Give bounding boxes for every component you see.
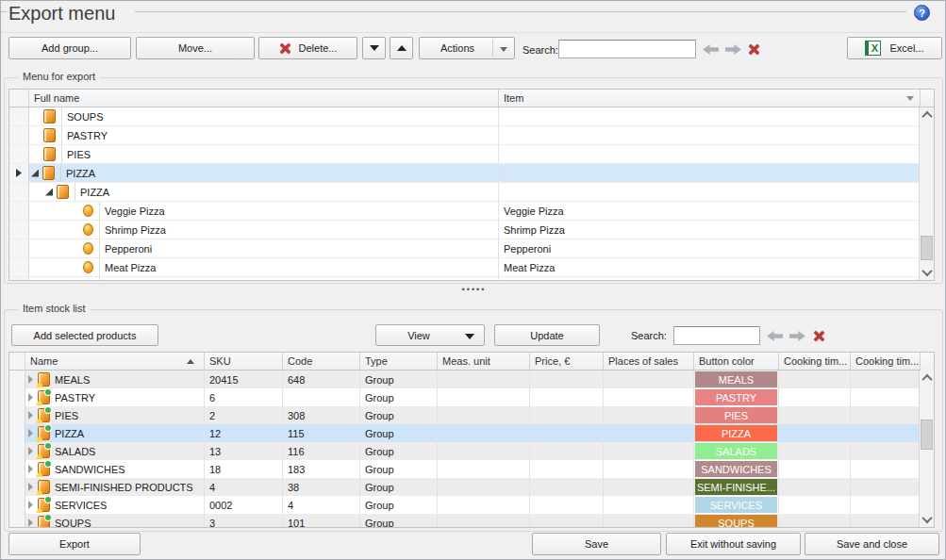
scroll-up-icon[interactable] [920, 107, 934, 123]
button-color-cell[interactable]: SERVICES [695, 497, 777, 513]
stock-row-salads[interactable]: SALADS 13 116 Group SALADS [9, 442, 934, 460]
search-clear-icon[interactable] [748, 43, 760, 56]
button-color-cell[interactable]: SOUPS [695, 515, 777, 528]
tree-row-margherita[interactable]: Margherita Margherita [9, 277, 934, 281]
menu-item-icon [83, 261, 93, 273]
menu-group-icon [43, 109, 56, 124]
group-folder-icon [38, 462, 50, 476]
stock-search-input[interactable] [673, 326, 760, 345]
delete-label: Delete... [299, 42, 338, 54]
stock-row-meals[interactable]: MEALS 20415 648 Group MEALS [9, 371, 934, 388]
up-triangle-icon [397, 45, 407, 51]
tree-scrollbar[interactable] [919, 107, 934, 280]
menu-item-icon [83, 280, 93, 281]
collapse-node-icon[interactable] [45, 189, 53, 196]
tree-row-veggie-pizza[interactable]: Veggie Pizza Veggie Pizza [9, 202, 934, 221]
scroll-down-icon[interactable] [920, 512, 934, 527]
column-header-price[interactable]: Price, € [530, 353, 604, 371]
move-up-button[interactable] [390, 37, 413, 59]
expand-node-icon[interactable] [28, 393, 33, 402]
tree-row-pies[interactable]: PIES [9, 145, 934, 164]
stock-row-semi-finished[interactable]: SEMI-FINISHED PRODUCTS 4 38 Group SEMI-F… [9, 478, 934, 496]
item-stock-table: Name SKU Code Type Meas. unit Price, € P… [8, 352, 935, 528]
column-header-type[interactable]: Type [360, 353, 438, 371]
move-button[interactable]: Move... [136, 37, 255, 59]
stock-row-sandwiches[interactable]: SANDWICHES 18 183 Group SANDWICHES [9, 460, 934, 478]
expand-node-icon[interactable] [28, 483, 33, 491]
exit-without-saving-button[interactable]: Exit without saving [666, 533, 801, 555]
expand-node-icon[interactable] [28, 375, 33, 384]
menu-for-export-group-label: Menu for export [18, 71, 100, 82]
column-header-name[interactable]: Name [25, 353, 205, 371]
stock-row-pies[interactable]: PIES 2 308 Group PIES [9, 406, 934, 424]
stock-row-pastry[interactable]: PASTRY 6 Group PASTRY [9, 388, 934, 406]
actions-dropdown[interactable]: Actions [419, 37, 515, 59]
stock-row-pizza-selected[interactable]: PIZZA 12 115 Group PIZZA [9, 424, 934, 442]
stock-search-clear-icon[interactable] [813, 330, 825, 342]
button-color-cell[interactable]: MEALS [695, 371, 777, 387]
tree-row-pizza-selected[interactable]: PIZZA [9, 164, 934, 183]
button-color-cell[interactable]: SALADS [695, 443, 777, 459]
stock-header: Name SKU Code Type Meas. unit Price, € P… [9, 353, 934, 371]
group-folder-icon [38, 390, 50, 404]
group-folder-icon [38, 372, 50, 387]
tree-row-pepperoni[interactable]: Pepperoni Pepperoni [9, 239, 934, 258]
update-button[interactable]: Update [494, 324, 600, 346]
tree-row-shrimp-pizza[interactable]: Shrimp Pizza Shrimp Pizza [9, 221, 934, 239]
column-header-sku[interactable]: SKU [205, 353, 283, 371]
expand-node-icon[interactable] [28, 411, 33, 420]
header-spacer [921, 90, 935, 107]
menu-group-icon [43, 128, 56, 142]
button-color-cell[interactable]: SEMI-FINISHE... [695, 479, 777, 495]
expand-node-icon[interactable] [28, 429, 33, 437]
splitter-handle[interactable]: ••••• [1, 286, 946, 294]
column-header-full-name[interactable]: Full name [29, 90, 499, 107]
expand-node-icon[interactable] [28, 447, 33, 455]
column-header-code[interactable]: Code [283, 353, 360, 371]
add-selected-products-button[interactable]: Add selected products [11, 324, 158, 346]
search-next-icon[interactable] [725, 44, 741, 55]
column-header-cooking-time-2[interactable]: Cooking tim... [851, 353, 921, 371]
expand-node-icon[interactable] [28, 501, 33, 509]
view-chevron-icon [465, 334, 474, 339]
search-input[interactable] [558, 40, 696, 58]
expand-node-icon[interactable] [28, 465, 33, 473]
menu-group-icon [57, 185, 69, 199]
tree-row-soups[interactable]: SOUPS [9, 107, 934, 126]
collapse-node-icon[interactable] [31, 170, 39, 177]
button-color-cell[interactable]: SANDWICHES [695, 461, 777, 477]
add-group-button[interactable]: Add group... [8, 37, 131, 59]
delete-button[interactable]: Delete... [258, 37, 357, 59]
save-and-close-button[interactable]: Save and close [805, 533, 939, 555]
column-header-places-of-sales[interactable]: Places of sales [604, 353, 694, 371]
tree-scrollbar-thumb[interactable] [921, 236, 933, 260]
column-header-cooking-time-1[interactable]: Cooking tim... [779, 353, 851, 371]
tree-row-pastry[interactable]: PASTRY [9, 126, 934, 145]
stock-scrollbar[interactable] [919, 371, 934, 527]
stock-scrollbar-thumb[interactable] [921, 420, 933, 450]
filter-chevron-icon[interactable] [906, 96, 914, 101]
move-down-button[interactable] [362, 37, 386, 59]
save-button[interactable]: Save [532, 533, 661, 555]
excel-button[interactable]: X Excel... [847, 37, 942, 59]
export-button[interactable]: Export [8, 533, 141, 555]
title-rule-left [1, 11, 7, 12]
column-header-item[interactable]: Item [499, 90, 921, 107]
scroll-down-icon[interactable] [920, 265, 934, 280]
menu-item-icon [83, 223, 93, 236]
help-icon[interactable]: ? [914, 5, 930, 21]
tree-row-pizza-child[interactable]: PIZZA [9, 183, 934, 202]
button-color-cell[interactable]: PIES [695, 407, 777, 423]
stock-row-services[interactable]: SERVICES 0002 4 Group SERVICES [9, 496, 934, 514]
column-header-button-color[interactable]: Button color [694, 353, 779, 371]
expand-node-icon[interactable] [28, 519, 33, 527]
stock-row-soups[interactable]: SOUPS 3 101 Group SOUPS [9, 514, 934, 528]
column-header-meas-unit[interactable]: Meas. unit [438, 353, 530, 371]
button-color-cell[interactable]: PASTRY [695, 389, 777, 405]
button-color-cell[interactable]: PIZZA [695, 425, 777, 441]
scroll-up-icon[interactable] [920, 371, 934, 386]
group-folder-icon [38, 498, 50, 512]
view-dropdown[interactable]: View [375, 324, 485, 346]
search-prev-icon[interactable] [703, 44, 719, 55]
tree-row-meat-pizza[interactable]: Meat Pizza Meat Pizza [9, 258, 934, 277]
